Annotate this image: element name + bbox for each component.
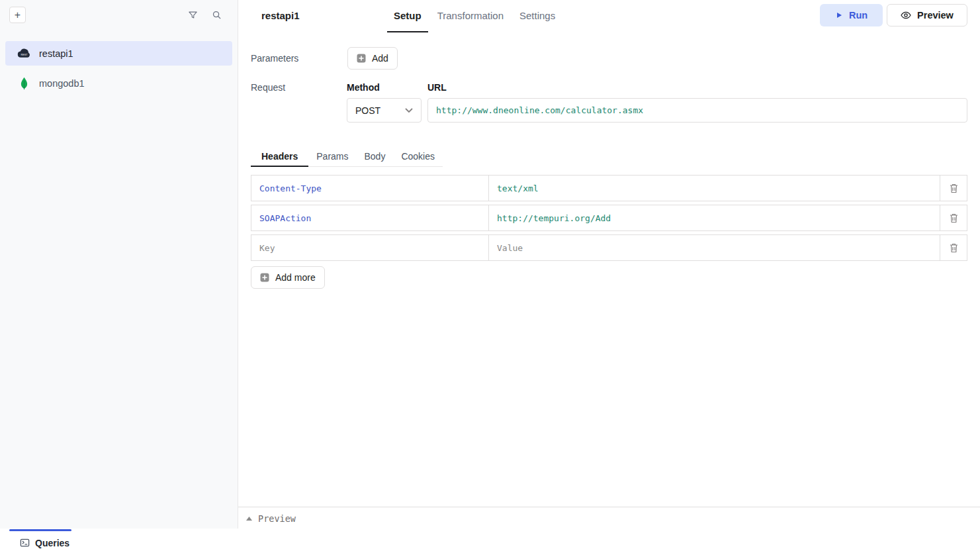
response-footer: Preview	[238, 507, 980, 524]
trash-icon	[950, 213, 958, 223]
delete-row-button[interactable]	[947, 240, 961, 256]
run-button[interactable]: Run	[820, 4, 883, 26]
method-select[interactable]: POST	[347, 98, 422, 123]
request-subtabs: Headers Params Body Cookies	[251, 146, 443, 167]
header-key-cell	[251, 235, 489, 260]
method-label: Method	[347, 82, 422, 93]
sidebar-item-restapi1[interactable]: REST restapi1	[5, 41, 232, 66]
setup-content: Parameters Add Request Method POST	[251, 37, 967, 289]
plus-square-icon	[260, 273, 269, 282]
method-selected-value: POST	[355, 105, 380, 116]
search-icon[interactable]	[212, 10, 222, 20]
tab-transformation[interactable]: Transformation	[431, 0, 510, 32]
tab-queries[interactable]: Queries	[20, 529, 69, 557]
header-key-cell	[251, 176, 489, 201]
plus-square-icon	[357, 54, 366, 63]
header-delete-cell	[940, 205, 967, 230]
add-more-button[interactable]: Add more	[251, 266, 325, 289]
main-header: restapi1 Setup Transformation Settings R…	[238, 0, 980, 37]
eye-icon	[901, 10, 911, 21]
tab-cookies[interactable]: Cookies	[393, 146, 443, 167]
header-value-cell	[489, 235, 940, 260]
headers-table	[251, 175, 967, 261]
queries-tab-label: Queries	[35, 538, 69, 548]
table-row	[251, 234, 967, 261]
sidebar-item-mongodb1[interactable]: mongodb1	[5, 71, 232, 95]
header-value-cell	[489, 176, 940, 201]
preview-button-label: Preview	[917, 10, 954, 21]
sidebar-toolbar: +	[0, 0, 238, 30]
chevron-down-icon	[405, 108, 413, 113]
add-more-wrap: Add more	[251, 266, 967, 289]
request-row: Request Method POST URL	[251, 82, 967, 123]
restapi-cloud-icon: REST	[17, 48, 30, 58]
new-query-button[interactable]: +	[9, 7, 26, 23]
request-label: Request	[251, 82, 347, 93]
sidebar-toolbar-icons	[188, 10, 222, 20]
url-label: URL	[427, 82, 967, 93]
header-key-cell	[251, 205, 489, 230]
add-parameter-button[interactable]: Add	[347, 47, 398, 70]
header-value-input[interactable]	[489, 205, 940, 230]
method-col: Method POST	[347, 82, 422, 123]
tab-headers[interactable]: Headers	[251, 146, 308, 167]
main-tabs: Setup Transformation Settings	[387, 0, 562, 32]
bottom-bar: Queries	[0, 529, 238, 557]
response-preview-toggle[interactable]: Preview	[238, 507, 980, 524]
header-key-input[interactable]	[251, 205, 488, 230]
delete-row-button[interactable]	[947, 181, 961, 196]
url-input[interactable]	[427, 98, 967, 123]
run-button-label: Run	[849, 10, 868, 21]
table-row	[251, 205, 967, 231]
tab-settings[interactable]: Settings	[513, 0, 562, 32]
sidebar-item-label: mongodb1	[39, 78, 85, 89]
page-title: restapi1	[261, 10, 300, 21]
header-actions: Run Preview	[820, 4, 967, 26]
header-key-input[interactable]	[251, 235, 488, 260]
trash-icon	[950, 243, 958, 253]
parameters-row: Parameters Add	[251, 47, 967, 70]
tab-body[interactable]: Body	[357, 146, 394, 167]
preview-button[interactable]: Preview	[887, 4, 967, 26]
add-more-label: Add more	[275, 272, 316, 283]
url-col: URL	[427, 82, 967, 123]
tab-params[interactable]: Params	[308, 146, 356, 167]
trash-icon	[950, 183, 958, 193]
play-icon	[835, 11, 843, 19]
table-row	[251, 175, 967, 201]
parameters-label: Parameters	[251, 53, 347, 64]
tab-setup[interactable]: Setup	[387, 0, 428, 32]
header-value-input[interactable]	[489, 235, 940, 260]
header-value-cell	[489, 205, 940, 230]
header-delete-cell	[940, 176, 967, 201]
response-preview-label: Preview	[258, 513, 296, 524]
header-key-input[interactable]	[251, 176, 488, 201]
caret-up-icon	[246, 517, 252, 521]
main-panel: restapi1 Setup Transformation Settings R…	[238, 0, 980, 557]
header-value-input[interactable]	[489, 176, 940, 201]
queries-icon	[20, 538, 30, 548]
query-list: REST restapi1 mongodb1	[0, 41, 238, 95]
sidebar: + REST restapi1 mongodb	[0, 0, 238, 529]
delete-row-button[interactable]	[947, 211, 961, 226]
request-label-col: Request	[251, 82, 347, 123]
svg-text:REST: REST	[21, 54, 28, 56]
sidebar-item-label: restapi1	[39, 48, 73, 59]
mongodb-leaf-icon	[17, 77, 30, 90]
add-parameter-label: Add	[372, 53, 388, 64]
header-delete-cell	[940, 235, 967, 260]
filter-icon[interactable]	[188, 10, 198, 20]
